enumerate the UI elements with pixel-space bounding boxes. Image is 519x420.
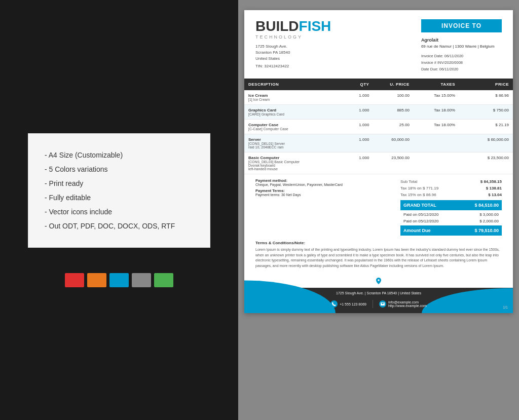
color-swatch-blue	[109, 273, 129, 287]
amount-due-label: Amount Due	[403, 228, 431, 233]
feature-item: - Out ODT, PDF, DOC, DOCX, ODS, RTF	[45, 219, 194, 233]
page-number: 1/1	[503, 306, 508, 309]
item-price: $ 23,500.00	[459, 152, 513, 174]
invoice-to-section: INVOICE TO Agrolait 69 rue de Namur | 13…	[421, 19, 502, 72]
invoice-document: BUILDFISH TECHNOLOGY 1725 Slough Ave. Sc…	[244, 10, 513, 313]
table-row: Graphics Card [CARD] Graphics Card 1.000…	[244, 105, 513, 120]
feature-item: - A4 Size (Customizable)	[45, 148, 194, 162]
client-info: Agrolait 69 rue de Namur | 1300 Wavre | …	[421, 36, 502, 72]
company-tin: TIN: 32412423422	[255, 64, 331, 68]
item-name: Graphics Card	[248, 108, 342, 112]
invoice-table: DESCRIPTION QTY U. PRICE TAXES PRICE Ice…	[244, 79, 513, 174]
invoice-footer-section: Payment method: Cheque, Paypal, WesternU…	[244, 174, 513, 236]
footer-contact: +1 555 123 8069 info@example.com http://…	[244, 300, 513, 308]
terms-section: Terms & Conditions/Note: Lorem Ipsum is …	[244, 236, 513, 273]
grand-total-row: GRAND TOTAL $ 84,510.00	[400, 200, 502, 210]
tax18-label: Tax 18% on $ 771.19	[400, 186, 438, 190]
logo-section: BUILDFISH TECHNOLOGY 1725 Slough Ave. Sc…	[255, 19, 331, 68]
feature-item: - 5 Colors variations	[45, 162, 194, 176]
footer-address: 1725 Slough Ave. | Scranton PA 18540 | U…	[244, 291, 513, 295]
paid1-label: Paid on 05/12/2020	[403, 212, 438, 217]
item-uprice: 60,000.00	[373, 134, 414, 152]
grand-total-value: $ 84,510.00	[474, 203, 499, 208]
invoice-meta: Invoice Date: 06/11/2020 Invoice # INV/2…	[421, 53, 502, 72]
table-row: Server [CONS_DEL01] Serverraid 10, 2048E…	[244, 134, 513, 152]
item-qty: 1.000	[346, 90, 373, 105]
company-address: 1725 Slough Ave. Scranton PA 18540 Unite…	[255, 44, 331, 62]
item-detail: [C-Case] Computer Case	[248, 127, 342, 131]
amount-due-value: $ 79,510.00	[474, 228, 499, 233]
item-detail: [CONS_DEL01] Serverraid 10, 2048ECC ram	[248, 142, 342, 149]
color-swatch-green	[154, 273, 173, 287]
subtotal-value: $ 84,358.15	[480, 179, 502, 184]
item-taxes	[414, 152, 459, 174]
paid2-row: Paid on 05/12/2020 $ 2,000.00	[400, 218, 502, 224]
contact-divider	[373, 300, 373, 308]
item-taxes	[414, 134, 459, 152]
item-name: Server	[248, 137, 342, 142]
paid1-value: $ 3,000.00	[479, 212, 499, 217]
logo-subtitle: TECHNOLOGY	[255, 34, 331, 40]
color-swatch-gray	[132, 273, 151, 287]
feature-item: - Fully editable	[45, 190, 194, 205]
paid2-value: $ 2,000.00	[479, 219, 499, 223]
table-row: Ice Cream [1] Ice Cream 1.000 100.00 Tax…	[244, 90, 513, 105]
totals-section: Sub Total $ 84,358.15 Tax 18% on $ 771.1…	[400, 178, 502, 236]
item-taxes: Tax 18.00%	[414, 105, 459, 120]
tax18-row: Tax 18% on $ 771.19 $ 138.81	[400, 185, 502, 192]
invoice-wave-footer: 1725 Slough Ave. | Scranton PA 18540 | U…	[244, 273, 513, 313]
client-address: 69 rue de Namur | 1300 Wavre | Belgium	[421, 44, 502, 50]
header-qty: QTY	[346, 79, 373, 90]
invoice-header: BUILDFISH TECHNOLOGY 1725 Slough Ave. Sc…	[244, 10, 513, 79]
item-qty: 1.000	[346, 120, 373, 134]
terms-text: Lorem Ipsum is simply dummy text of the …	[255, 247, 502, 269]
footer-email: info@example.com http://www.example.com	[379, 300, 427, 308]
item-qty: 1.000	[346, 134, 373, 152]
grand-total-label: GRAND TOTAL	[403, 203, 436, 208]
table-row: Basic Computer [CONS_DEL03] Basic Comput…	[244, 152, 513, 174]
item-price: $ 21.19	[459, 120, 513, 134]
item-qty: 1.000	[346, 105, 373, 120]
feature-item: - Print ready	[45, 176, 194, 190]
item-price: $ 60,000.00	[459, 134, 513, 152]
invoice-to-banner: INVOICE TO	[421, 19, 502, 32]
color-swatches	[65, 273, 173, 287]
item-uprice: 23,500.00	[373, 152, 414, 174]
amount-due-row: Amount Due $ 79,510.00	[400, 225, 502, 236]
logo-fish: FISH	[299, 18, 331, 34]
item-taxes: Tax 15.00%	[414, 90, 459, 105]
payment-terms-value: Payment terms: 30 Net Days	[255, 193, 343, 197]
item-uprice: 885.00	[373, 105, 414, 120]
color-swatch-orange	[87, 273, 106, 287]
footer-phone: +1 555 123 8069	[330, 300, 366, 308]
header-taxes: TAXES	[414, 79, 459, 90]
client-name: Agrolait	[421, 36, 502, 44]
item-price: $ 750.00	[459, 105, 513, 120]
phone-icon	[330, 300, 338, 308]
item-name: Computer Case	[248, 123, 342, 127]
location-icon	[373, 275, 384, 286]
tax18-value: $ 138.81	[486, 186, 502, 190]
item-detail: [CONS_DEL03] Basic ComputerDvorak keyboa…	[248, 160, 342, 171]
payment-section: Payment method: Cheque, Paypal, WesternU…	[255, 178, 343, 236]
table-row: Computer Case [C-Case] Computer Case 1.0…	[244, 120, 513, 134]
item-name: Basic Computer	[248, 156, 342, 160]
paid1-row: Paid on 05/12/2020 $ 3,000.00	[400, 211, 502, 218]
logo-build: BUILD	[255, 18, 299, 34]
footer-phone-text: +1 555 123 8069	[340, 302, 366, 306]
tax15-row: Tax 15% on $ 86.96 $ 13.04	[400, 192, 502, 198]
item-detail: [1] Ice Cream	[248, 98, 342, 101]
header-price: PRICE	[459, 79, 513, 90]
feature-item: - Vector icons include	[45, 205, 194, 219]
payment-method-value: Cheque, Paypal, WesternUnion, Payonner, …	[255, 183, 343, 186]
header-uprice: U. PRICE	[373, 79, 414, 90]
payment-method-label: Payment method:	[255, 178, 343, 183]
tax15-label: Tax 15% on $ 86.96	[400, 193, 436, 197]
features-box: - A4 Size (Customizable)- 5 Colors varia…	[28, 133, 210, 248]
item-taxes: Tax 18.00%	[414, 120, 459, 134]
right-panel: BUILDFISH TECHNOLOGY 1725 Slough Ave. Sc…	[238, 0, 519, 420]
subtotal-row: Sub Total $ 84,358.15	[400, 178, 502, 185]
header-description: DESCRIPTION	[244, 79, 346, 90]
item-name: Ice Cream	[248, 93, 342, 98]
tax15-value: $ 13.04	[488, 193, 502, 197]
